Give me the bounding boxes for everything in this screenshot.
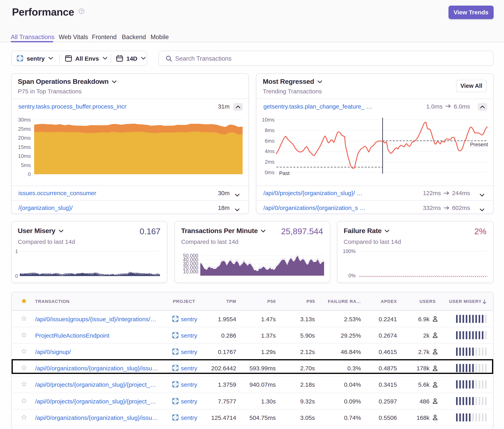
svg-text:5ms: 5ms <box>21 162 31 168</box>
svg-text:2ms: 2ms <box>265 159 275 165</box>
svg-text:0%: 0% <box>348 273 355 279</box>
svg-text:4ms: 4ms <box>265 148 275 154</box>
svg-text:10,000: 10,000 <box>183 269 198 275</box>
svg-text:100%: 100% <box>343 249 355 254</box>
svg-text:10ms: 10ms <box>18 153 31 159</box>
svg-text:0: 0 <box>28 171 31 177</box>
svg-text:25ms: 25ms <box>18 126 31 132</box>
svg-text:8ms: 8ms <box>265 127 275 133</box>
svg-text:15ms: 15ms <box>18 144 31 150</box>
svg-text:30ms: 30ms <box>18 117 31 123</box>
svg-text:10ms: 10ms <box>262 117 275 123</box>
svg-text:1: 1 <box>15 249 18 254</box>
svg-text:0ms: 0ms <box>265 169 275 175</box>
svg-text:Past: Past <box>279 170 290 176</box>
svg-text:6ms: 6ms <box>265 138 275 144</box>
svg-text:0: 0 <box>15 273 18 279</box>
svg-text:?: ? <box>81 9 82 13</box>
svg-text:20ms: 20ms <box>18 135 31 141</box>
svg-text:Present: Present <box>470 141 488 148</box>
